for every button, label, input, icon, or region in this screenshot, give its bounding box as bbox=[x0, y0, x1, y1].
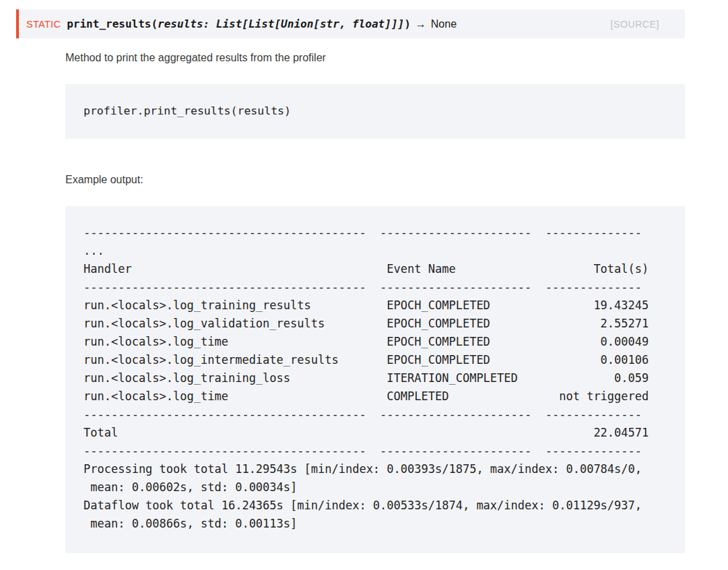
example-output-label: Example output: bbox=[65, 174, 685, 186]
method-name: print_results bbox=[67, 18, 151, 30]
source-link[interactable]: [SOURCE] bbox=[611, 19, 659, 30]
return-arrow: → bbox=[416, 18, 426, 30]
usage-code-block: profiler.print_results(results) bbox=[65, 84, 685, 139]
method-signature-header: STATIC print_results(results: List[List[… bbox=[16, 9, 685, 38]
usage-code: profiler.print_results(results) bbox=[84, 104, 667, 119]
method-params: results: List[List[Union[str, float]]] bbox=[158, 18, 404, 30]
documentation-page: STATIC print_results(results: List[List[… bbox=[0, 0, 728, 570]
static-label: STATIC bbox=[26, 19, 61, 30]
method-signature: print_results(results: List[List[Union[s… bbox=[67, 18, 411, 30]
method-description: Method to print the aggregated results f… bbox=[65, 52, 685, 64]
example-output-text: ----------------------------------------… bbox=[84, 224, 667, 533]
open-paren: ( bbox=[151, 18, 158, 30]
return-type: None bbox=[431, 18, 457, 30]
example-output-block: ----------------------------------------… bbox=[65, 206, 685, 553]
close-paren: ) bbox=[404, 18, 411, 30]
method-body: Method to print the aggregated results f… bbox=[65, 52, 685, 553]
